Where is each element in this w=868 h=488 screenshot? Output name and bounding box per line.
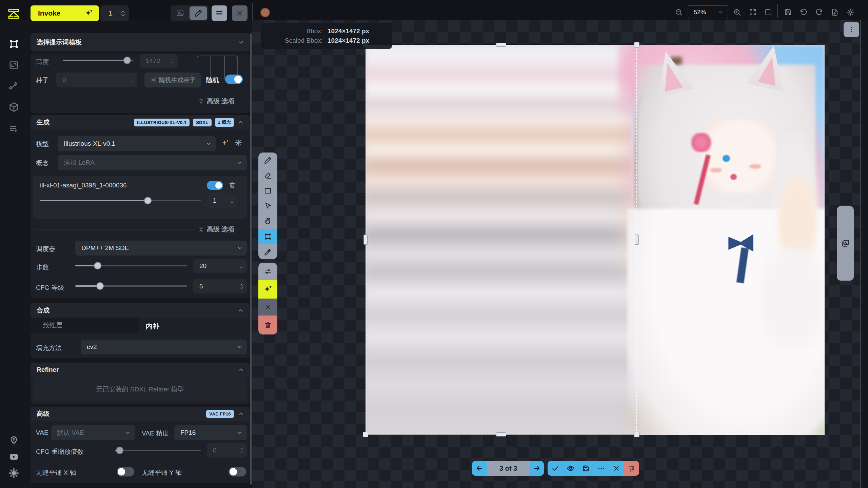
new-canvas-icon[interactable] bbox=[831, 8, 839, 16]
random-seed-toggle[interactable] bbox=[225, 75, 243, 84]
seed-arrows[interactable] bbox=[130, 77, 134, 83]
coherence-tab[interactable]: 一致性层 bbox=[31, 318, 138, 333]
canvas-overflow-menu-button[interactable] bbox=[844, 22, 859, 37]
bbox-handle-bottom-left[interactable] bbox=[363, 432, 368, 437]
tab-workflows[interactable] bbox=[8, 80, 19, 91]
lora-weight-arrows[interactable] bbox=[230, 198, 234, 204]
model-settings-gear-icon[interactable] bbox=[235, 139, 242, 146]
zoom-level-select[interactable]: 52% bbox=[688, 5, 728, 19]
cfg-label: CFG 等级 bbox=[36, 283, 64, 292]
bbox-handle-bottom-center[interactable] bbox=[496, 432, 506, 436]
chevron-down-icon bbox=[237, 344, 243, 350]
compositing-header[interactable]: 合成 bbox=[31, 303, 250, 318]
cancel-x-button[interactable] bbox=[258, 299, 277, 316]
tips-lightbulb-icon[interactable] bbox=[8, 435, 19, 446]
canvas-brush-mode-button[interactable] bbox=[190, 6, 207, 20]
pan-hand-tool[interactable] bbox=[258, 214, 277, 229]
image-viewer-icon[interactable] bbox=[171, 9, 190, 17]
vae-precision-select[interactable]: FP16 bbox=[174, 425, 247, 440]
viewer-mode-segmented[interactable] bbox=[171, 5, 209, 21]
infill-method-select[interactable]: cv2 bbox=[81, 340, 247, 354]
seed-input[interactable]: 0 bbox=[56, 73, 137, 87]
generation-header[interactable]: 生成 ILLUSTRIOUS-XL-V0.1 SDXL 1 概念 bbox=[31, 115, 250, 129]
canvas-workspace[interactable]: Bbox: 1024×1472 px Scaled Bbox: 1024×147… bbox=[252, 20, 860, 488]
tab-upscaling[interactable] bbox=[8, 60, 19, 70]
queue-count-stepper[interactable]: 1 bbox=[100, 5, 129, 21]
steps-slider[interactable] bbox=[75, 262, 187, 270]
advanced-header[interactable]: 高级 VAE FP16 bbox=[31, 407, 250, 421]
vae-select[interactable]: 默认 VAE bbox=[51, 425, 135, 440]
tiling-x-toggle[interactable] bbox=[117, 467, 134, 476]
invoke-generate-sparkle-button[interactable] bbox=[258, 280, 277, 299]
cfg-rescale-slider[interactable] bbox=[115, 446, 201, 454]
video-tutorials-icon[interactable] bbox=[8, 451, 19, 462]
more-options-button[interactable] bbox=[593, 461, 609, 476]
tab-canvas[interactable] bbox=[8, 39, 19, 49]
bbox-handle-mid-right[interactable] bbox=[635, 235, 639, 245]
layer-settings-sliders-icon[interactable] bbox=[258, 263, 277, 280]
lora-weight-slider[interactable] bbox=[40, 197, 201, 205]
panel-scrollbar[interactable] bbox=[250, 33, 252, 485]
height-arrows[interactable] bbox=[170, 58, 174, 64]
bbox-handle-top-right[interactable] bbox=[634, 42, 639, 47]
prev-image-button[interactable] bbox=[472, 461, 487, 476]
brush-tool[interactable] bbox=[258, 152, 277, 168]
discard-x-button[interactable] bbox=[609, 461, 624, 476]
tab-models[interactable] bbox=[8, 102, 19, 113]
cfg-rescale-arrows[interactable] bbox=[239, 448, 243, 453]
color-swatch[interactable] bbox=[260, 8, 270, 17]
save-image-button[interactable] bbox=[578, 461, 593, 476]
lora-enabled-toggle[interactable] bbox=[207, 181, 223, 190]
height-slider[interactable] bbox=[63, 56, 134, 64]
undo-icon[interactable] bbox=[800, 8, 808, 16]
add-lora-select[interactable]: 添加 LoRA bbox=[58, 155, 247, 170]
menu-button[interactable] bbox=[212, 5, 227, 21]
delete-layer-trash-button[interactable] bbox=[258, 316, 277, 334]
bbox-handle-bottom-right[interactable] bbox=[634, 432, 639, 437]
bbox-tool[interactable] bbox=[258, 229, 277, 244]
generation-bbox[interactable] bbox=[366, 45, 637, 434]
redo-icon[interactable] bbox=[815, 8, 823, 16]
lora-weight-input[interactable]: 1 bbox=[207, 193, 237, 208]
generation-advanced-options[interactable]: 高级 选项 bbox=[198, 225, 234, 234]
zoom-out-icon[interactable] bbox=[675, 8, 683, 16]
steps-arrows[interactable] bbox=[239, 263, 243, 269]
settings-gear-icon[interactable] bbox=[8, 468, 19, 479]
steps-input[interactable]: 20 bbox=[193, 259, 247, 273]
cfg-input[interactable]: 5 bbox=[193, 279, 247, 293]
model-sparkle-icon[interactable] bbox=[221, 139, 229, 148]
rectangle-tool[interactable] bbox=[258, 183, 277, 198]
cfg-rescale-input[interactable]: 0 bbox=[207, 443, 247, 458]
bbox-handle-top-center[interactable] bbox=[496, 43, 506, 47]
delete-image-trash-button[interactable] bbox=[624, 461, 639, 476]
cfg-slider[interactable] bbox=[75, 282, 187, 290]
save-canvas-icon[interactable] bbox=[784, 8, 792, 16]
close-panel-button[interactable] bbox=[232, 5, 248, 21]
preview-eye-button[interactable] bbox=[563, 461, 578, 476]
scheduler-select[interactable]: DPM++ 2M SDE bbox=[75, 241, 247, 256]
zoom-in-icon[interactable] bbox=[733, 8, 741, 16]
select-tool[interactable] bbox=[258, 198, 277, 214]
model-select[interactable]: Illustrious-XL-v0.1 bbox=[58, 136, 216, 151]
next-image-button[interactable] bbox=[530, 461, 544, 476]
right-panel-divider[interactable] bbox=[860, 20, 861, 488]
eraser-tool[interactable] bbox=[258, 168, 277, 183]
eyedropper-tool[interactable] bbox=[258, 244, 277, 259]
invoke-button[interactable]: Invoke bbox=[31, 5, 99, 21]
bbox-handle-mid-left[interactable] bbox=[363, 235, 368, 245]
refiner-header[interactable]: Refiner bbox=[31, 363, 250, 377]
cfg-arrows[interactable] bbox=[239, 284, 243, 289]
lora-delete-trash-icon[interactable] bbox=[229, 181, 236, 189]
queue-count-arrows[interactable] bbox=[121, 10, 125, 17]
tiling-y-toggle[interactable] bbox=[229, 467, 246, 476]
height-input[interactable]: 1472 bbox=[140, 54, 178, 68]
randomize-seed-button[interactable]: 随机生成种子 bbox=[144, 73, 201, 87]
prompt-template-selector[interactable]: 选择提示词模板 bbox=[31, 33, 250, 52]
canvas-settings-gear-icon[interactable] bbox=[846, 8, 854, 16]
gallery-panel-handle[interactable] bbox=[837, 206, 854, 281]
tab-queue[interactable] bbox=[8, 123, 19, 134]
accept-check-button[interactable] bbox=[548, 461, 563, 476]
fit-to-view-icon[interactable] bbox=[749, 8, 757, 16]
fit-bbox-icon[interactable] bbox=[764, 8, 772, 16]
size-advanced-options[interactable]: 高级 选项 bbox=[198, 97, 234, 106]
